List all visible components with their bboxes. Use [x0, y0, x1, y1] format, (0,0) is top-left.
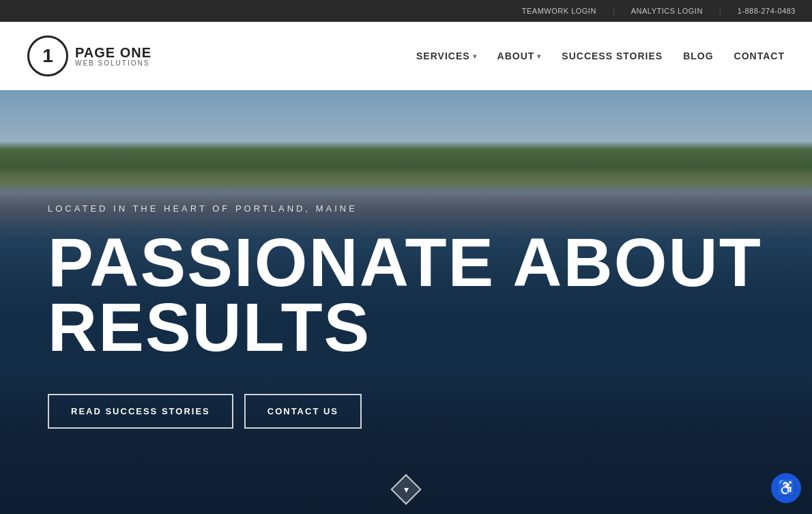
hero-title-line2: RESULTS	[48, 295, 371, 360]
hero-content: LOCATED IN THE HEART OF PORTLAND, MAINE …	[0, 90, 812, 514]
separator-1: |	[613, 7, 615, 15]
chevron-down-icon: ▾	[473, 53, 477, 60]
accessibility-icon: ♿	[777, 479, 796, 497]
logo-number: 1	[42, 45, 53, 67]
separator-2: |	[719, 7, 721, 15]
nav-blog[interactable]: BLOG	[683, 51, 713, 61]
logo-circle: 1	[27, 35, 68, 76]
chevron-down-icon: ▾	[404, 484, 409, 495]
chevron-down-icon: ▾	[537, 53, 541, 60]
brand-tagline: WEB SOLUTIONS	[75, 59, 151, 67]
nav-services[interactable]: SERVICES ▾	[416, 51, 477, 61]
nav-success-stories[interactable]: SUCCESS STORIES	[562, 51, 663, 61]
read-success-stories-button[interactable]: READ SUCCESS STORIES	[48, 394, 233, 429]
top-bar: TEAMWORK LOGIN | ANALYTICS LOGIN | 1-888…	[0, 0, 812, 22]
nav-contact[interactable]: CONTACT	[734, 51, 785, 61]
teamwork-login-link[interactable]: TEAMWORK LOGIN	[522, 7, 596, 15]
logo[interactable]: 1 PAGE ONE WEB SOLUTIONS	[27, 35, 151, 76]
nav-links: SERVICES ▾ ABOUT ▾ SUCCESS STORIES BLOG …	[416, 51, 785, 61]
hero-subtitle: LOCATED IN THE HEART OF PORTLAND, MAINE	[48, 203, 358, 214]
hero-buttons: READ SUCCESS STORIES CONTACT US	[48, 394, 362, 429]
scroll-diamond: ▾	[390, 474, 421, 504]
hero-section: LOCATED IN THE HEART OF PORTLAND, MAINE …	[0, 90, 812, 514]
analytics-login-link[interactable]: ANALYTICS LOGIN	[631, 7, 703, 15]
scroll-indicator[interactable]: ▾	[395, 479, 417, 500]
hero-title-line1: PASSIONATE ABOUT	[48, 230, 762, 295]
main-nav: 1 PAGE ONE WEB SOLUTIONS SERVICES ▾ ABOU…	[0, 22, 812, 90]
logo-text: PAGE ONE WEB SOLUTIONS	[75, 46, 151, 67]
contact-us-button[interactable]: CONTACT US	[244, 394, 362, 429]
accessibility-button[interactable]: ♿	[771, 473, 801, 503]
nav-about[interactable]: ABOUT ▾	[497, 51, 542, 61]
phone-link[interactable]: 1-888-274-0483	[738, 7, 796, 15]
brand-name: PAGE ONE	[75, 46, 151, 59]
